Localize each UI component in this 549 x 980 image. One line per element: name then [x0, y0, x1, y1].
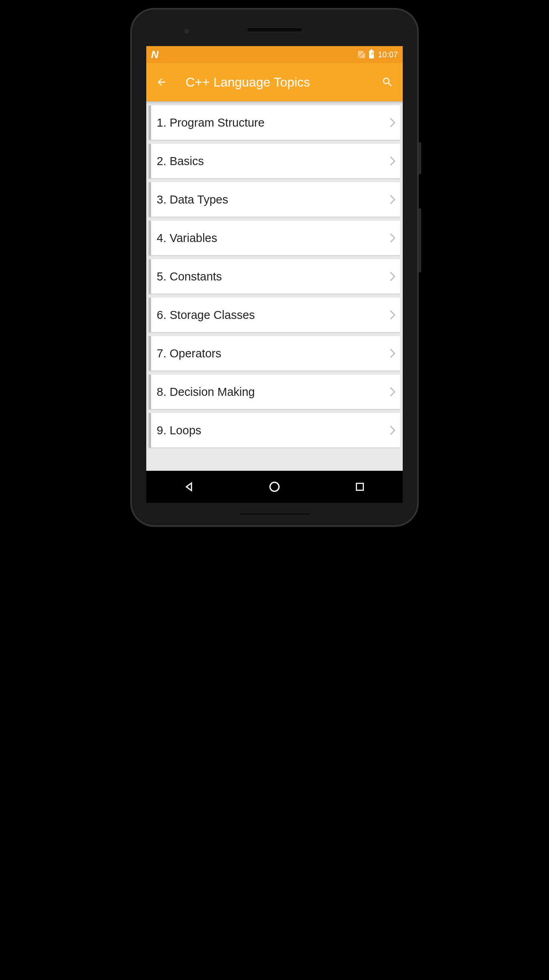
- arrow-left-icon: [156, 77, 167, 88]
- no-sim-icon: [358, 51, 365, 58]
- status-right: 10:07: [358, 50, 398, 59]
- status-bar: N 10:07: [146, 46, 403, 63]
- list-item[interactable]: 9. Loops: [149, 413, 400, 448]
- screen: N 10:07 C++ Language Topics 1. Program S: [146, 46, 403, 503]
- list-item[interactable]: 8. Decision Making: [149, 375, 400, 409]
- list-item[interactable]: 6. Storage Classes: [149, 298, 400, 332]
- phone-power-button: [419, 142, 421, 174]
- page-title: C++ Language Topics: [186, 75, 379, 90]
- list-item-label: 9. Loops: [157, 424, 390, 437]
- square-recent-icon: [355, 482, 365, 492]
- list-item[interactable]: 2. Basics: [149, 144, 400, 178]
- triangle-back-icon: [184, 481, 195, 492]
- chevron-right-icon: [390, 157, 396, 165]
- list-item-label: 5. Constants: [157, 270, 390, 283]
- chevron-right-icon: [390, 349, 396, 358]
- svg-point-0: [270, 482, 279, 492]
- chevron-right-icon: [390, 426, 396, 435]
- list-item-label: 6. Storage Classes: [157, 309, 390, 322]
- topics-list[interactable]: 1. Program Structure2. Basics3. Data Typ…: [146, 101, 403, 471]
- circle-home-icon: [268, 481, 281, 493]
- phone-camera: [184, 29, 189, 34]
- status-left: N: [151, 48, 158, 61]
- list-item-label: 3. Data Types: [157, 193, 390, 206]
- app-bar: C++ Language Topics: [146, 63, 403, 101]
- list-item-label: 4. Variables: [157, 232, 390, 245]
- clock: 10:07: [378, 50, 398, 59]
- chevron-right-icon: [390, 311, 396, 319]
- chevron-right-icon: [390, 272, 396, 281]
- list-item-label: 8. Decision Making: [157, 385, 390, 399]
- chevron-right-icon: [390, 234, 396, 242]
- list-item-label: 2. Basics: [157, 155, 390, 168]
- svg-rect-1: [357, 483, 363, 490]
- list-item[interactable]: 3. Data Types: [149, 182, 400, 217]
- nav-back-button[interactable]: [173, 477, 205, 496]
- list-item-label: 1. Program Structure: [157, 116, 390, 129]
- chevron-right-icon: [390, 195, 396, 204]
- nav-recent-button[interactable]: [344, 477, 376, 496]
- list-item[interactable]: 4. Variables: [149, 221, 400, 255]
- chevron-right-icon: [390, 118, 396, 127]
- list-item[interactable]: 7. Operators: [149, 336, 400, 371]
- battery-charging-icon: [369, 50, 374, 58]
- back-button[interactable]: [153, 74, 170, 90]
- list-item-label: 7. Operators: [157, 347, 390, 360]
- phone-frame: N 10:07 C++ Language Topics 1. Program S: [130, 8, 419, 527]
- list-item[interactable]: 5. Constants: [149, 259, 400, 294]
- search-button[interactable]: [379, 74, 396, 90]
- nav-home-button[interactable]: [258, 477, 291, 496]
- navigation-bar: [146, 471, 403, 503]
- phone-speaker: [246, 27, 303, 32]
- android-n-icon: N: [151, 48, 158, 61]
- search-icon: [381, 76, 394, 88]
- chevron-right-icon: [390, 387, 396, 396]
- phone-volume-button: [419, 208, 421, 272]
- phone-bottom-speaker: [238, 512, 311, 516]
- list-item[interactable]: 1. Program Structure: [149, 105, 400, 140]
